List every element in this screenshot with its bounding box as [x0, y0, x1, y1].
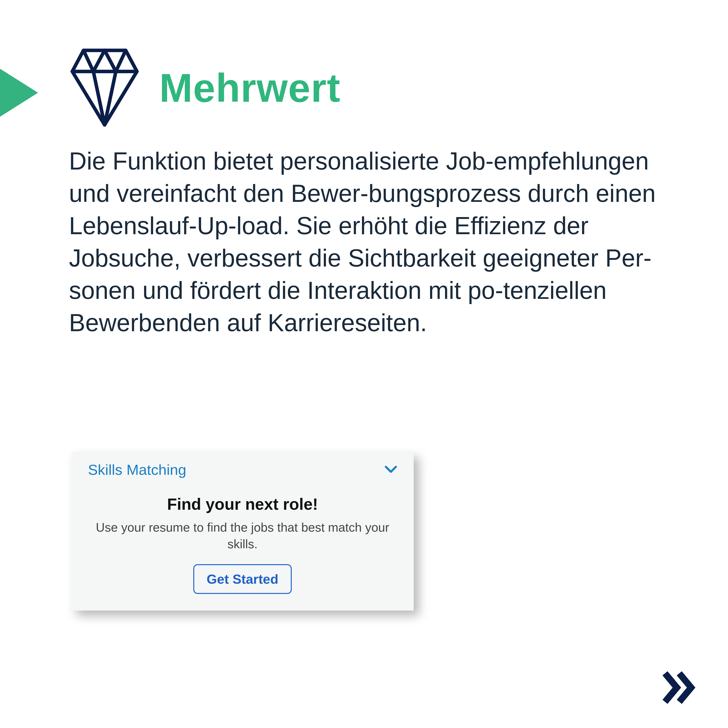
svg-line-3	[116, 50, 125, 72]
skills-matching-card: Skills Matching Find your next role! Use…	[71, 452, 414, 610]
diamond-icon	[69, 47, 140, 128]
body-paragraph: Die Funktion bietet personalisierte Job-…	[69, 145, 688, 339]
card-header[interactable]: Skills Matching	[88, 461, 397, 478]
svg-line-5	[105, 50, 116, 72]
page-title: Mehrwert	[159, 68, 341, 108]
card-body: Find your next role! Use your resume to …	[88, 495, 397, 594]
card-heading: Find your next role!	[88, 495, 397, 513]
side-arrow-decoration	[0, 64, 38, 121]
double-chevron-right-icon	[661, 671, 697, 704]
svg-line-4	[93, 50, 105, 72]
chevron-down-icon	[385, 466, 397, 474]
card-section-title: Skills Matching	[88, 461, 186, 478]
card-subtext: Use your resume to find the jobs that be…	[88, 519, 397, 552]
header: Mehrwert	[69, 47, 341, 128]
svg-line-2	[83, 50, 93, 72]
get-started-button[interactable]: Get Started	[193, 564, 292, 594]
svg-marker-0	[72, 50, 137, 125]
next-page-button[interactable]	[661, 671, 697, 704]
